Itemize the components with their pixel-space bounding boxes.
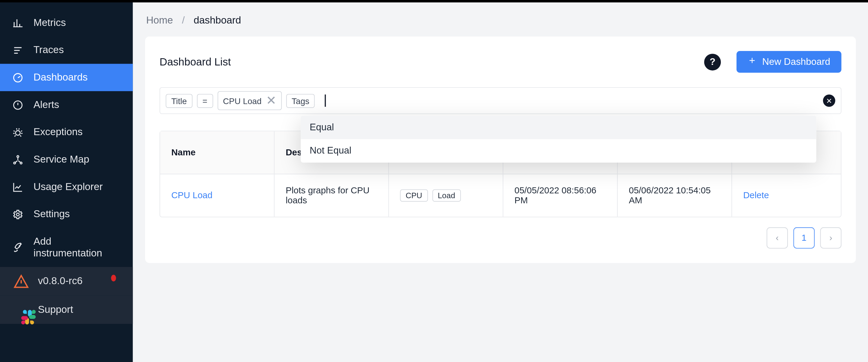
warning-icon <box>13 273 29 289</box>
cell-created: 05/05/2022 08:56:06 PM <box>503 174 618 217</box>
breadcrumb: Home / dashboard <box>133 2 868 36</box>
notification-dot <box>111 275 116 281</box>
col-name: Name <box>160 131 275 174</box>
clear-filters-button[interactable]: ✕ <box>823 94 835 107</box>
pagination: ‹ 1 › <box>159 228 841 248</box>
cell-name: CPU Load <box>160 174 275 217</box>
sidebar-item-label: Usage Explorer <box>33 181 103 193</box>
breadcrumb-current: dashboard <box>194 15 241 27</box>
card-header: Dashboard List ? New Dashboard <box>159 51 841 73</box>
filter-chip-value[interactable]: CPU Load ✕ <box>217 91 282 110</box>
page-title: Dashboard List <box>159 56 231 68</box>
sidebar-item-dashboards[interactable]: Dashboards <box>0 64 133 91</box>
sidebar-item-label: Exceptions <box>33 126 83 138</box>
version-label: v0.8.0-rc6 <box>38 275 83 287</box>
new-dashboard-label: New Dashboard <box>762 56 830 67</box>
delete-link[interactable]: Delete <box>743 190 769 200</box>
dropdown-item-not-equal[interactable]: Not Equal <box>301 139 816 162</box>
dropdown-item-equal[interactable]: Equal <box>301 116 816 139</box>
sidebar-support[interactable]: Support <box>0 295 133 324</box>
breadcrumb-home[interactable]: Home <box>146 15 173 27</box>
cell-updated: 05/06/2022 10:54:05 AM <box>618 174 732 217</box>
sidebar-item-metrics[interactable]: Metrics <box>0 9 133 36</box>
sidebar-item-label: Traces <box>33 44 64 56</box>
text-cursor <box>325 94 326 107</box>
sidebar: Metrics Traces Dashboards <box>0 2 133 362</box>
close-icon[interactable]: ✕ <box>266 93 276 108</box>
sidebar-item-settings[interactable]: Settings <box>0 201 133 228</box>
lines-icon <box>12 44 24 56</box>
dashboard-icon <box>12 72 24 83</box>
graph-icon <box>12 154 24 165</box>
cell-description: Plots graphs for CPU loads <box>275 174 389 217</box>
help-button[interactable]: ? <box>704 53 721 70</box>
svg-point-6 <box>17 213 19 215</box>
sidebar-item-add-instrumentation[interactable]: Add instrumentation <box>0 228 133 267</box>
breadcrumb-separator: / <box>182 15 185 27</box>
rocket-icon <box>12 242 24 253</box>
filter-chip-tags[interactable]: Tags <box>286 93 315 108</box>
bug-icon <box>12 127 24 138</box>
sidebar-item-exceptions[interactable]: Exceptions <box>0 119 133 146</box>
alert-icon <box>12 99 24 111</box>
line-chart-icon <box>12 181 24 192</box>
sidebar-item-label: Settings <box>33 208 70 220</box>
cell-tags: CPU Load <box>389 174 503 217</box>
plus-icon <box>748 56 757 68</box>
sidebar-item-service-map[interactable]: Service Map <box>0 146 133 173</box>
filter-bar[interactable]: Title = CPU Load ✕ Tags ✕ <box>159 87 841 114</box>
pagination-next[interactable]: › <box>820 228 841 248</box>
table-row: CPU Load Plots graphs for CPU loads CPU … <box>160 174 841 217</box>
gear-icon <box>12 209 24 220</box>
sidebar-item-usage-explorer[interactable]: Usage Explorer <box>0 173 133 201</box>
filter-chip-op[interactable]: = <box>197 93 213 108</box>
pagination-page-1[interactable]: 1 <box>794 228 815 248</box>
dashboard-card: Dashboard List ? New Dashboard <box>145 36 856 263</box>
new-dashboard-button[interactable]: New Dashboard <box>737 51 841 73</box>
svg-point-3 <box>17 155 19 157</box>
sidebar-item-label: Metrics <box>33 17 66 29</box>
dashboard-link[interactable]: CPU Load <box>171 190 213 200</box>
sidebar-item-label: Add instrumentation <box>33 236 121 259</box>
main: Home / dashboard Dashboard List ? New D <box>133 2 868 362</box>
sidebar-version[interactable]: v0.8.0-rc6 <box>0 267 133 295</box>
tag-chip: CPU <box>400 189 428 202</box>
bar-chart-icon <box>12 17 24 28</box>
sidebar-item-alerts[interactable]: Alerts <box>0 91 133 119</box>
operator-dropdown: Equal Not Equal <box>301 116 816 162</box>
sidebar-item-label: Alerts <box>33 99 59 111</box>
pagination-prev[interactable]: ‹ <box>767 228 788 248</box>
support-label: Support <box>38 304 73 315</box>
cell-action: Delete <box>732 174 841 217</box>
tag-chip: Load <box>432 189 461 202</box>
sidebar-item-label: Dashboards <box>33 71 88 83</box>
sidebar-item-label: Service Map <box>33 154 89 165</box>
sidebar-item-traces[interactable]: Traces <box>0 36 133 64</box>
svg-rect-2 <box>16 130 20 135</box>
filter-chip-key[interactable]: Title <box>165 93 192 108</box>
